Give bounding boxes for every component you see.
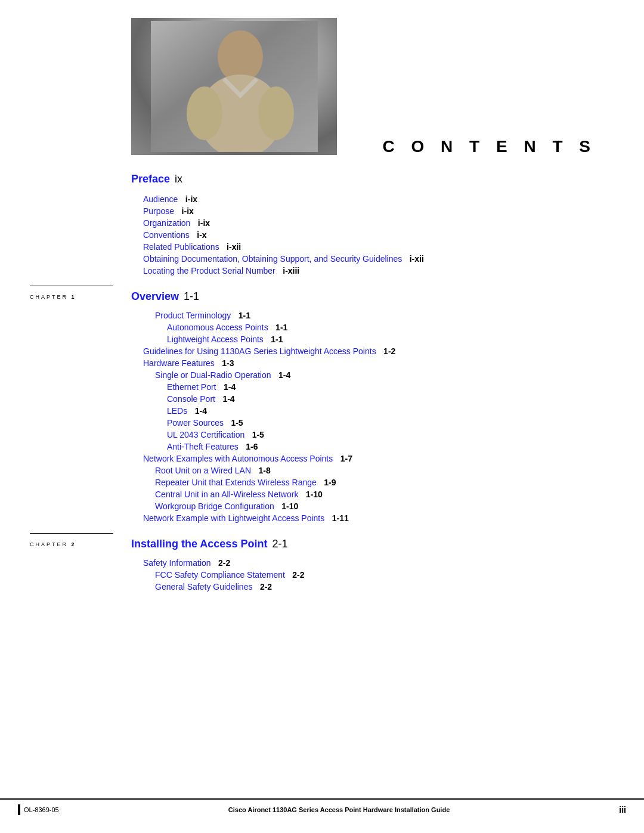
page-container: C O N T E N T S Preface ix Audience i-ix…: [0, 0, 644, 833]
toc-item: Obtaining Documentation, Obtaining Suppo…: [131, 253, 608, 264]
toc-item: Console Port 1-4: [131, 394, 608, 404]
toc-item: Hardware Features 1-3: [131, 358, 608, 368]
toc-item: Power Sources 1-5: [131, 417, 608, 428]
person-photo: [151, 21, 318, 152]
toc-item: UL 2043 Certification 1-5: [131, 429, 608, 440]
chapter-2-label-area: CHAPTER 2: [30, 538, 76, 549]
header-image-inner: [131, 18, 337, 155]
footer-page-number: iii: [619, 805, 626, 815]
toc-item: General Safety Guidelines 2-2: [131, 581, 608, 592]
toc-item: Audience i-ix: [131, 194, 608, 205]
chapter-label: CHAPTER: [30, 541, 72, 547]
chapter-2-title[interactable]: Installing the Access Point: [131, 538, 267, 550]
chapter-1-page: 1-1: [184, 290, 199, 303]
toc-item: Purpose i-ix: [131, 206, 608, 216]
preface-section: Preface ix Audience i-ix Purpose i-ix Or…: [131, 173, 608, 276]
toc-item: Single or Dual-Radio Operation 1-4: [131, 370, 608, 380]
chapter-1-divider: [30, 286, 113, 286]
page-title: C O N T E N T S: [383, 137, 596, 156]
toc-item: LEDs 1-4: [131, 405, 608, 416]
toc-item: Repeater Unit that Extends Wireless Rang…: [131, 477, 608, 488]
footer-bar: [18, 804, 20, 815]
preface-page: ix: [175, 173, 182, 185]
toc-item: Central Unit in an All-Wireless Network …: [131, 489, 608, 500]
toc-item: Related Publications i-xii: [131, 241, 608, 252]
toc-item: Anti-Theft Features 1-6: [131, 441, 608, 452]
chapter-2-divider: [30, 533, 113, 534]
chapter-number: 2: [72, 541, 76, 547]
main-content: Preface ix Audience i-ix Purpose i-ix Or…: [131, 173, 608, 593]
chapter-1-title[interactable]: Overview: [131, 290, 179, 303]
toc-item: Ethernet Port 1-4: [131, 382, 608, 392]
footer-left: OL-8369-05: [18, 804, 59, 815]
toc-item: Organization i-ix: [131, 218, 608, 228]
footer: OL-8369-05 Cisco Aironet 1130AG Series A…: [0, 798, 644, 815]
chapter-2-section: CHAPTER 2 Installing the Access Point 2-…: [131, 538, 608, 592]
chapter-2-page: 2-1: [272, 538, 287, 550]
toc-item: Product Terminology 1-1: [131, 310, 608, 321]
svg-rect-7: [151, 21, 318, 152]
header-image: [131, 18, 337, 155]
chapter-1-section: CHAPTER 1 Overview 1-1 Product Terminolo…: [131, 290, 608, 524]
toc-item: Conventions i-x: [131, 230, 608, 240]
toc-item: FCC Safety Compliance Statement 2-2: [131, 569, 608, 580]
toc-item: Root Unit on a Wired LAN 1-8: [131, 465, 608, 476]
footer-doc-number: OL-8369-05: [24, 806, 59, 813]
toc-item: Guidelines for Using 1130AG Series Light…: [131, 346, 608, 357]
preface-title[interactable]: Preface: [131, 173, 170, 185]
toc-item: Safety Information 2-2: [131, 558, 608, 568]
toc-item: Lightweight Access Points 1-1: [131, 334, 608, 345]
footer-guide-title: Cisco Aironet 1130AG Series Access Point…: [228, 806, 450, 813]
toc-item: Network Examples with Autonomous Access …: [131, 453, 608, 464]
toc-item: Locating the Product Serial Number i-xii…: [131, 265, 608, 276]
toc-item: Workgroup Bridge Configuration 1-10: [131, 501, 608, 512]
toc-item: Network Example with Lightweight Access …: [131, 513, 608, 524]
chapter-1-label-area: CHAPTER 1: [30, 290, 76, 301]
chapter-label: CHAPTER: [30, 294, 72, 300]
chapter-number: 1: [72, 294, 76, 300]
toc-item: Autonomous Access Points 1-1: [131, 322, 608, 333]
